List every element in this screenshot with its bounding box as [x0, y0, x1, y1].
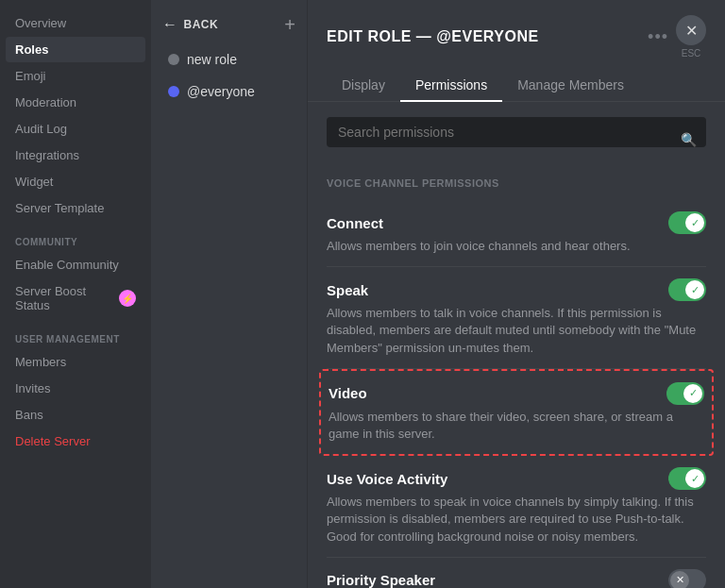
voice-channel-section-title: VOICE CHANNEL PERMISSIONS: [327, 177, 706, 189]
role-dot-grey: [168, 54, 179, 65]
role-item-everyone[interactable]: @everyone: [157, 76, 301, 107]
role-item-new-role[interactable]: new role: [157, 44, 301, 75]
sidebar-item-server-template[interactable]: Server Template: [6, 195, 145, 221]
search-icon: 🔍: [681, 132, 697, 147]
boost-icon: ⚡: [119, 290, 136, 307]
sidebar: Overview Roles Emoji Moderation Audit Lo…: [0, 0, 151, 588]
sidebar-item-widget[interactable]: Widget: [6, 169, 145, 194]
permission-voice-activity-row: Use Voice Activity ✓: [327, 467, 706, 490]
search-wrapper: 🔍: [327, 117, 706, 162]
sidebar-item-label: Enable Community: [15, 258, 119, 272]
tab-manage-members[interactable]: Manage Members: [502, 70, 639, 102]
permission-connect: Connect ✓ Allows members to join voice c…: [327, 200, 706, 267]
permission-connect-desc: Allows members to join voice channels an…: [327, 238, 706, 255]
close-button[interactable]: ✕: [676, 15, 706, 45]
sidebar-item-delete-server[interactable]: Delete Server: [6, 428, 145, 454]
main-content: EDIT ROLE — @EVERYONE ••• ✕ ESC Display …: [307, 0, 725, 588]
sidebar-item-emoji[interactable]: Emoji: [6, 63, 145, 89]
permission-voice-activity-desc: Allows members to speak in voice channel…: [327, 494, 706, 546]
roles-header: ← BACK +: [151, 0, 307, 43]
sidebar-item-server-boost[interactable]: Server Boost Status ⚡: [6, 278, 145, 318]
role-label: new role: [187, 52, 237, 67]
back-arrow-icon: ←: [162, 16, 178, 33]
user-management-section-label: User Management: [0, 319, 151, 348]
sidebar-item-label: Overview: [15, 16, 66, 30]
sidebar-item-label: Integrations: [15, 148, 79, 162]
server-boost-label: Server Boost Status: [15, 284, 119, 312]
search-permissions-input[interactable]: [327, 117, 706, 147]
permission-video-name: Video: [329, 385, 367, 401]
permission-video-toggle[interactable]: ✓: [666, 382, 704, 405]
permission-speak-desc: Allows members to talk in voice channels…: [327, 305, 706, 357]
add-role-button[interactable]: +: [284, 15, 295, 34]
sidebar-item-label: Bans: [15, 408, 43, 422]
permission-speak-name: Speak: [327, 282, 368, 298]
sidebar-item-audit-log[interactable]: Audit Log: [6, 116, 145, 142]
permission-priority-speaker-toggle[interactable]: ✕: [668, 569, 706, 588]
permission-connect-row: Connect ✓: [327, 211, 706, 234]
back-label: BACK: [184, 18, 219, 31]
back-button[interactable]: ← BACK: [162, 16, 218, 33]
sidebar-item-label: Roles: [15, 42, 48, 57]
delete-server-label: Delete Server: [15, 434, 90, 448]
header-top: EDIT ROLE — @EVERYONE ••• ✕ ESC: [327, 15, 706, 59]
permission-video-row: Video ✓: [329, 382, 704, 405]
permission-voice-activity: Use Voice Activity ✓ Allows members to s…: [327, 456, 706, 558]
sidebar-item-invites[interactable]: Invites: [6, 376, 145, 401]
sidebar-item-label: Widget: [15, 175, 53, 189]
sidebar-item-label: Emoji: [15, 69, 46, 83]
permission-video: Video ✓ Allows members to share their vi…: [319, 369, 714, 456]
header-actions: ••• ✕ ESC: [648, 15, 706, 59]
toggle-knob: ✕: [670, 571, 689, 588]
sidebar-item-enable-community[interactable]: Enable Community: [6, 252, 145, 277]
main-header: EDIT ROLE — @EVERYONE ••• ✕ ESC Display …: [308, 0, 725, 102]
sidebar-item-label: Members: [15, 355, 66, 369]
permission-connect-name: Connect: [327, 215, 383, 231]
role-label: @everyone: [187, 84, 255, 99]
sidebar-item-label: Invites: [15, 381, 51, 395]
permission-priority-speaker-name: Priority Speaker: [327, 572, 435, 588]
permission-video-desc: Allows members to share their video, scr…: [329, 409, 704, 443]
sidebar-item-integrations[interactable]: Integrations: [6, 143, 145, 168]
sidebar-item-bans[interactable]: Bans: [6, 402, 145, 428]
sidebar-item-label: Server Template: [15, 201, 104, 215]
permission-priority-speaker: Priority Speaker ✕ Allows members to be …: [327, 558, 706, 588]
esc-label: ESC: [682, 48, 701, 59]
permission-voice-activity-name: Use Voice Activity: [327, 471, 447, 487]
edit-role-title: EDIT ROLE — @EVERYONE: [327, 28, 539, 45]
permission-speak-toggle[interactable]: ✓: [668, 278, 706, 301]
sidebar-item-roles[interactable]: Roles: [6, 37, 145, 62]
tab-display[interactable]: Display: [327, 70, 400, 102]
permission-speak-row: Speak ✓: [327, 278, 706, 301]
tab-permissions[interactable]: Permissions: [400, 70, 502, 102]
toggle-knob: ✓: [685, 469, 704, 488]
permission-priority-speaker-row: Priority Speaker ✕: [327, 569, 706, 588]
sidebar-item-moderation[interactable]: Moderation: [6, 90, 145, 115]
toggle-knob: ✓: [685, 280, 704, 299]
permission-connect-toggle[interactable]: ✓: [668, 211, 706, 234]
tabs: Display Permissions Manage Members: [327, 70, 706, 101]
toggle-knob: ✓: [683, 384, 702, 403]
more-options-button[interactable]: •••: [648, 27, 668, 47]
permission-speak: Speak ✓ Allows members to talk in voice …: [327, 267, 706, 369]
sidebar-item-label: Moderation: [15, 95, 76, 109]
sidebar-item-members[interactable]: Members: [6, 349, 145, 375]
sidebar-item-label: Audit Log: [15, 122, 67, 136]
role-dot-blue: [168, 86, 179, 97]
community-section-label: Community: [0, 222, 151, 251]
sidebar-item-overview[interactable]: Overview: [6, 10, 145, 36]
content-body: 🔍 VOICE CHANNEL PERMISSIONS Connect ✓ Al…: [308, 102, 725, 588]
roles-panel: ← BACK + new role @everyone: [151, 0, 307, 588]
toggle-knob: ✓: [685, 213, 704, 232]
permission-voice-activity-toggle[interactable]: ✓: [668, 467, 706, 490]
